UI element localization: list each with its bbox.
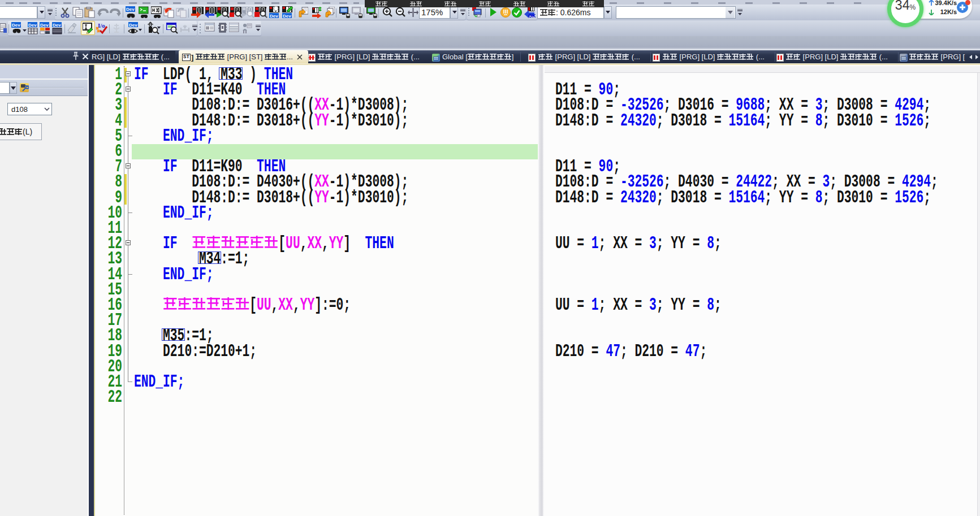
svg-text:Dev: Dev (53, 23, 61, 28)
svg-text:OK: OK (528, 13, 536, 19)
svg-text:Dev: Dev (40, 23, 49, 28)
svg-text:Dev: Dev (129, 23, 137, 28)
svg-text:Dev: Dev (126, 7, 135, 12)
svg-text:Dev: Dev (270, 14, 278, 19)
svg-text:Dev: Dev (12, 23, 20, 28)
svg-text:I/o: I/o (98, 22, 105, 29)
svg-text:Dev: Dev (28, 23, 37, 28)
svg-text:Dev: Dev (283, 14, 291, 19)
